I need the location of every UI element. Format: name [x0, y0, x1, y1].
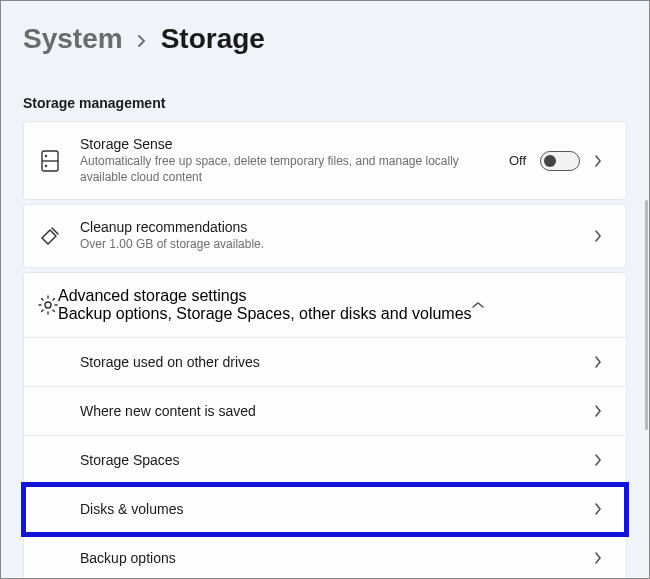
svg-point-3: [45, 164, 47, 166]
sub-item-label: Backup options: [80, 550, 176, 566]
chevron-right-icon: [594, 356, 610, 368]
gear-icon: [38, 295, 58, 315]
sub-item-label: Storage Spaces: [80, 452, 180, 468]
chevron-right-icon: [594, 552, 610, 564]
breadcrumb-parent[interactable]: System: [23, 23, 123, 55]
svg-line-4: [44, 240, 46, 242]
chevron-right-icon[interactable]: [594, 155, 610, 167]
storage-icon: [38, 150, 62, 172]
chevron-right-icon: [137, 35, 147, 47]
advanced-sub-list: Storage used on other drives Where new c…: [24, 337, 626, 579]
breadcrumb-current: Storage: [161, 23, 265, 55]
sub-item-where-new-content[interactable]: Where new content is saved: [24, 387, 626, 436]
sub-item-label: Disks & volumes: [80, 501, 183, 517]
breadcrumb: System Storage: [23, 23, 627, 55]
sub-item-label: Where new content is saved: [80, 403, 256, 419]
advanced-desc: Backup options, Storage Spaces, other di…: [58, 305, 472, 323]
storage-sense-row[interactable]: Storage Sense Automatically free up spac…: [23, 121, 627, 200]
cleanup-desc: Over 1.00 GB of storage available.: [80, 237, 594, 253]
sub-item-label: Storage used on other drives: [80, 354, 260, 370]
chevron-right-icon[interactable]: [594, 230, 610, 242]
storage-sense-title: Storage Sense: [80, 136, 509, 152]
scrollbar[interactable]: [645, 200, 648, 430]
cleanup-title: Cleanup recommendations: [80, 219, 594, 235]
sub-item-storage-spaces[interactable]: Storage Spaces: [24, 436, 626, 485]
chevron-right-icon: [594, 503, 610, 515]
storage-sense-desc: Automatically free up space, delete temp…: [80, 154, 509, 185]
sub-item-disks-volumes[interactable]: Disks & volumes: [24, 485, 626, 534]
advanced-storage-group: Advanced storage settings Backup options…: [23, 272, 627, 579]
section-header-storage-management: Storage management: [23, 95, 627, 111]
storage-sense-toggle[interactable]: [540, 151, 580, 171]
svg-point-5: [45, 302, 51, 308]
storage-sense-toggle-label: Off: [509, 153, 526, 168]
advanced-title: Advanced storage settings: [58, 287, 472, 305]
chevron-right-icon: [594, 454, 610, 466]
broom-icon: [38, 225, 62, 247]
chevron-right-icon: [594, 405, 610, 417]
cleanup-recommendations-row[interactable]: Cleanup recommendations Over 1.00 GB of …: [23, 204, 627, 268]
sub-item-backup-options[interactable]: Backup options: [24, 534, 626, 579]
chevron-up-icon[interactable]: [472, 301, 484, 309]
svg-point-2: [45, 154, 47, 156]
advanced-storage-header[interactable]: Advanced storage settings Backup options…: [24, 273, 626, 337]
sub-item-storage-other-drives[interactable]: Storage used on other drives: [24, 338, 626, 387]
